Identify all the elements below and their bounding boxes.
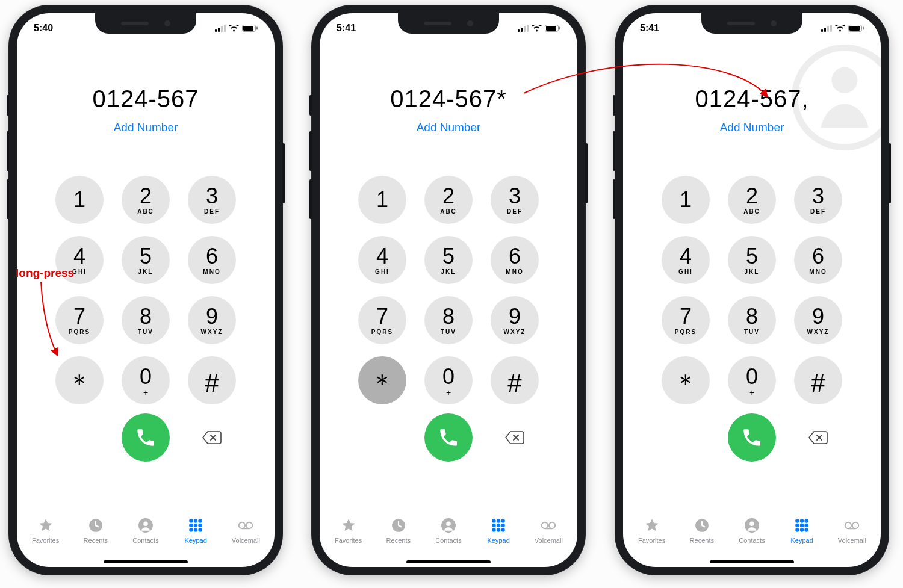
key-subletters: PQRS — [675, 329, 697, 335]
key-5[interactable]: 5JKL — [122, 236, 170, 284]
notch — [398, 13, 499, 34]
key-5[interactable]: 5JKL — [728, 236, 776, 284]
tab-voicemail[interactable]: Voicemail — [527, 518, 570, 544]
key-2[interactable]: 2ABC — [728, 176, 776, 224]
key-star[interactable]: ＊ — [55, 356, 104, 404]
svg-point-37 — [501, 524, 505, 528]
add-number-link[interactable]: Add Number — [17, 121, 275, 134]
svg-point-59 — [804, 524, 808, 528]
key-6[interactable]: 6MNO — [491, 236, 539, 284]
key-6[interactable]: 6MNO — [188, 236, 236, 284]
tab-recents[interactable]: Recents — [377, 518, 420, 544]
key-1[interactable]: 1 — [358, 176, 406, 224]
tab-recents[interactable]: Recents — [74, 518, 117, 544]
key-subletters: MNO — [203, 268, 220, 275]
tab-recents[interactable]: Recents — [680, 518, 724, 544]
svg-point-62 — [804, 528, 808, 532]
key-9[interactable]: 9WXYZ — [491, 296, 539, 344]
key-digit: # — [811, 367, 825, 394]
contacts-icon — [441, 518, 456, 534]
wifi-icon — [532, 25, 542, 32]
key-4[interactable]: 4GHI — [55, 236, 104, 284]
keypad: 12ABC3DEF4GHI5JKL6MNO7PQRS8TUV9WXYZ＊0+# — [55, 176, 236, 404]
voicemail-icon — [238, 518, 253, 534]
key-1[interactable]: 1 — [662, 176, 710, 224]
key-1[interactable]: 1 — [55, 176, 104, 224]
key-8[interactable]: 8TUV — [728, 296, 776, 344]
svg-point-40 — [501, 528, 505, 532]
key-7[interactable]: 7PQRS — [55, 296, 104, 344]
power-button — [282, 143, 285, 203]
key-7[interactable]: 7PQRS — [662, 296, 710, 344]
tab-label: Contacts — [435, 537, 461, 544]
tab-voicemail[interactable]: Voicemail — [830, 518, 874, 544]
key-subletters: TUV — [441, 329, 456, 335]
tab-keypad[interactable]: Keypad — [780, 518, 824, 544]
delete-button[interactable] — [188, 413, 236, 462]
call-button[interactable] — [728, 413, 776, 462]
tab-contacts[interactable]: Contacts — [124, 518, 167, 544]
svg-rect-28 — [559, 27, 560, 30]
tab-keypad[interactable]: Keypad — [174, 518, 217, 544]
tab-favorites[interactable]: Favorites — [24, 518, 67, 544]
favorites-icon — [644, 518, 660, 534]
tab-keypad[interactable]: Keypad — [477, 518, 520, 544]
key-star[interactable]: ＊ — [662, 356, 710, 404]
key-hash[interactable]: # — [794, 356, 842, 404]
key-5[interactable]: 5JKL — [424, 236, 473, 284]
phone-screen: 5:41 0124-567, Add Number 12ABC3DEF4GHI5… — [623, 13, 881, 567]
key-8[interactable]: 8TUV — [424, 296, 473, 344]
key-subletters: ABC — [137, 208, 154, 215]
wifi-icon — [229, 25, 239, 32]
svg-rect-49 — [849, 26, 860, 31]
key-2[interactable]: 2ABC — [424, 176, 473, 224]
key-4[interactable]: 4GHI — [358, 236, 406, 284]
key-subletters: + — [749, 390, 754, 395]
add-number-link[interactable]: Add Number — [320, 121, 577, 134]
key-3[interactable]: 3DEF — [491, 176, 539, 224]
phone-frame: 5:41 0124-567* Add Number 12ABC3DEF4GHI5… — [311, 5, 586, 575]
key-7[interactable]: 7PQRS — [358, 296, 406, 344]
key-4[interactable]: 4GHI — [662, 236, 710, 284]
key-0[interactable]: 0+ — [122, 356, 170, 404]
call-button[interactable] — [122, 413, 170, 462]
svg-rect-22 — [518, 29, 520, 32]
delete-button[interactable] — [491, 413, 539, 462]
tab-label: Contacts — [132, 537, 158, 544]
key-digit: 9 — [812, 306, 824, 327]
key-9[interactable]: 9WXYZ — [794, 296, 842, 344]
call-button[interactable] — [424, 413, 473, 462]
phone-icon — [135, 427, 157, 448]
key-digit: 1 — [680, 189, 692, 211]
tab-contacts[interactable]: Contacts — [730, 518, 774, 544]
svg-point-13 — [189, 524, 193, 528]
svg-point-58 — [800, 524, 804, 528]
key-subletters: + — [143, 390, 148, 395]
key-3[interactable]: 3DEF — [794, 176, 842, 224]
delete-button[interactable] — [794, 413, 842, 462]
key-0[interactable]: 0+ — [728, 356, 776, 404]
svg-rect-27 — [546, 26, 556, 31]
key-6[interactable]: 6MNO — [794, 236, 842, 284]
key-subletters: MNO — [506, 268, 523, 275]
home-indicator — [710, 560, 794, 563]
tab-label: Voicemail — [535, 537, 563, 544]
tab-contacts[interactable]: Contacts — [427, 518, 470, 544]
key-star[interactable]: ＊ — [358, 356, 406, 404]
tab-label: Contacts — [739, 537, 765, 544]
key-digit: 4 — [680, 246, 692, 267]
key-2[interactable]: 2ABC — [122, 176, 170, 224]
tab-favorites[interactable]: Favorites — [630, 518, 674, 544]
key-3[interactable]: 3DEF — [188, 176, 236, 224]
key-hash[interactable]: # — [188, 356, 236, 404]
tab-favorites[interactable]: Favorites — [327, 518, 370, 544]
key-hash[interactable]: # — [491, 356, 539, 404]
key-8[interactable]: 8TUV — [122, 296, 170, 344]
tab-voicemail[interactable]: Voicemail — [224, 518, 267, 544]
key-subletters: TUV — [138, 329, 154, 335]
key-9[interactable]: 9WXYZ — [188, 296, 236, 344]
phone-icon — [741, 427, 763, 448]
key-0[interactable]: 0+ — [424, 356, 473, 404]
keypad-icon — [491, 518, 506, 534]
svg-point-20 — [246, 522, 252, 528]
